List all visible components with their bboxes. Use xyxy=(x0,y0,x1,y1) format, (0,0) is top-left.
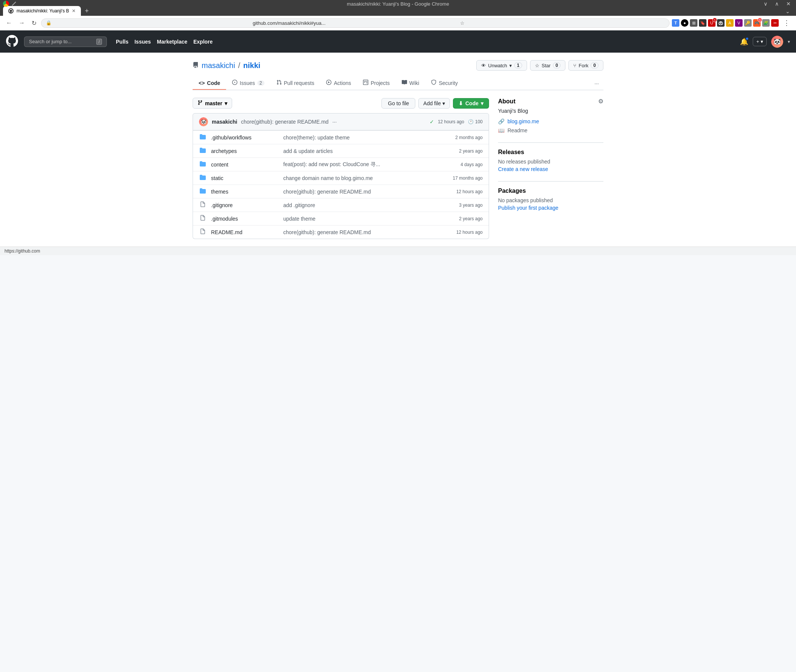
file-modified-time: 12 hours ago xyxy=(430,230,483,235)
maximize-button[interactable]: ∧ xyxy=(773,0,781,8)
commit-message-text: chore(github): generate README.md xyxy=(241,119,329,125)
tab-overflow-button[interactable]: ⌄ xyxy=(782,7,793,16)
readme-label: Readme xyxy=(507,127,527,133)
tabs-more-button[interactable]: ··· xyxy=(590,77,603,90)
repo-owner-link[interactable]: masakichi xyxy=(202,61,235,70)
repo-name-link[interactable]: nikki xyxy=(243,61,260,70)
commit-more-button[interactable]: ··· xyxy=(332,119,337,125)
browser-more-button[interactable]: ⋮ xyxy=(781,18,792,28)
ext-puzzle-icon[interactable]: 🧩 xyxy=(762,19,770,27)
tab-favicon xyxy=(8,8,14,14)
ext-grid-icon[interactable]: ⊞ xyxy=(690,19,697,27)
tab-close-button[interactable]: ✕ xyxy=(72,8,75,14)
file-link[interactable]: .github/workflows xyxy=(211,134,251,141)
bookmark-icon[interactable]: ☆ xyxy=(460,20,665,26)
go-to-file-button[interactable]: Go to file xyxy=(382,98,415,109)
toolbar-extensions: T ● ⊞ 🔖 U5 🐼 A V 🔑 🎮5 🧩 ✂ xyxy=(672,19,779,27)
nav-marketplace[interactable]: Marketplace xyxy=(157,39,187,45)
add-file-button[interactable]: Add file ▾ xyxy=(418,98,450,109)
file-commit-msg: chore(github): generate README.md xyxy=(283,189,425,195)
file-link[interactable]: README.md xyxy=(211,229,242,235)
ext-red-icon[interactable]: 🎮5 xyxy=(753,19,761,27)
file-link[interactable]: content xyxy=(211,162,228,168)
tab-projects[interactable]: Projects xyxy=(357,77,396,90)
file-name: themes xyxy=(211,189,279,195)
tab-wiki[interactable]: Wiki xyxy=(396,77,425,90)
back-button[interactable]: ← xyxy=(4,19,14,27)
star-button[interactable]: ☆ Star 0 xyxy=(530,60,566,70)
notifications-button[interactable]: 🔔 xyxy=(740,38,748,46)
repo-tabs: <> Code Issues 2 Pull requests xyxy=(193,77,603,90)
link-icon: 🔗 xyxy=(498,118,504,125)
code-download-button[interactable]: ⬇ Code ▾ xyxy=(453,98,489,109)
ext-dark-icon[interactable]: 🐼 xyxy=(717,19,725,27)
folder-icon xyxy=(199,134,207,141)
github-logo[interactable] xyxy=(6,35,18,48)
fork-button[interactable]: ⑂ Fork 0 xyxy=(568,60,603,70)
file-table: .github/workflows chore(theme): update t… xyxy=(193,130,489,239)
nav-pulls[interactable]: Pulls xyxy=(116,39,128,45)
publish-package-link[interactable]: Publish your first package xyxy=(498,205,603,211)
ext-badge-icon[interactable]: U5 xyxy=(708,19,716,27)
address-bar[interactable]: 🔒 github.com/masakichi/nikki#yua... ☆ xyxy=(41,18,669,28)
tab-issues[interactable]: Issues 2 xyxy=(226,77,270,90)
tab-pull-requests[interactable]: Pull requests xyxy=(270,77,321,90)
file-row: .gitignore add .gitignore 3 years ago xyxy=(193,198,489,211)
close-button[interactable]: ✕ xyxy=(784,0,793,8)
tab-code[interactable]: <> Code xyxy=(193,77,226,90)
commit-hash[interactable]: 🕐 100 xyxy=(468,119,483,125)
unwatch-button[interactable]: 👁 Unwatch ▾ 1 xyxy=(476,60,527,70)
browser-tabs: masakichi/nikki: Yuanji's B ✕ + ⌄ xyxy=(3,6,793,16)
create-new-button[interactable]: + ▾ xyxy=(753,37,767,46)
ext-translate-icon[interactable]: T xyxy=(672,19,679,27)
unwatch-label: Unwatch xyxy=(488,63,507,69)
file-name: content xyxy=(211,162,279,168)
file-link[interactable]: themes xyxy=(211,189,228,195)
ext-key-icon[interactable]: 🔑 xyxy=(744,19,752,27)
user-avatar[interactable]: 🐼 xyxy=(771,36,783,48)
pr-tab-icon xyxy=(276,80,282,86)
minimize-button[interactable]: ∨ xyxy=(761,0,770,8)
file-link[interactable]: static xyxy=(211,175,223,181)
file-modified-time: 2 years ago xyxy=(430,149,483,154)
file-icon xyxy=(199,202,207,209)
tab-security[interactable]: Security xyxy=(425,77,464,90)
file-row: README.md chore(github): generate README… xyxy=(193,225,489,238)
file-link[interactable]: .gitignore xyxy=(211,202,233,208)
nav-issues[interactable]: Issues xyxy=(134,39,151,45)
book-icon: 📖 xyxy=(498,127,504,133)
plus-icon: + xyxy=(756,39,759,44)
file-commit-msg: feat(post): add new post: CloudCone 寻... xyxy=(283,161,425,168)
unwatch-dropdown-icon: ▾ xyxy=(509,63,512,69)
releases-title: Releases xyxy=(498,149,603,155)
ext-a-icon[interactable]: A xyxy=(726,19,733,27)
avatar-dropdown-arrow[interactable]: ▾ xyxy=(788,39,790,44)
commit-author-name[interactable]: masakichi xyxy=(212,119,238,125)
ext-circle-icon[interactable]: ● xyxy=(681,19,688,27)
branch-selector[interactable]: master ▾ xyxy=(193,98,232,109)
fork-count: 0 xyxy=(591,62,599,69)
about-section: About ⚙ Yuanji's Blog 🔗 blog.gimo.me 📖 R… xyxy=(498,98,603,133)
active-tab[interactable]: masakichi/nikki: Yuanji's B ✕ xyxy=(3,6,81,16)
file-link[interactable]: .gitmodules xyxy=(211,216,238,222)
repo-actions: 👁 Unwatch ▾ 1 ☆ Star 0 ⑂ Fork 0 xyxy=(476,60,603,70)
about-website-link[interactable]: 🔗 blog.gimo.me xyxy=(498,118,603,125)
folder-icon xyxy=(199,161,207,168)
no-packages-text: No packages published xyxy=(498,197,603,203)
forward-button[interactable]: → xyxy=(16,19,27,27)
browser-title: masakichi/nikki: Yuanji's Blog - Google … xyxy=(347,1,449,7)
tab-actions[interactable]: Actions xyxy=(320,77,357,90)
new-tab-button[interactable]: + xyxy=(82,7,92,15)
file-link[interactable]: archetypes xyxy=(211,148,237,154)
ext-bookmark-icon[interactable]: 🔖 xyxy=(699,19,706,27)
repo-header: masakichi / nikki 👁 Unwatch ▾ 1 ☆ Star 0… xyxy=(193,60,603,70)
nav-explore[interactable]: Explore xyxy=(193,39,213,45)
refresh-button[interactable]: ↻ xyxy=(29,19,39,27)
code-tab-icon: <> xyxy=(199,80,205,86)
github-search[interactable]: Search or jump to... / xyxy=(24,37,107,47)
about-settings-icon[interactable]: ⚙ xyxy=(598,98,603,105)
create-release-link[interactable]: Create a new release xyxy=(498,166,603,172)
github-nav-links: Pulls Issues Marketplace Explore xyxy=(116,39,213,45)
ext-red2-icon[interactable]: ✂ xyxy=(771,19,779,27)
ext-v-icon[interactable]: V xyxy=(735,19,743,27)
